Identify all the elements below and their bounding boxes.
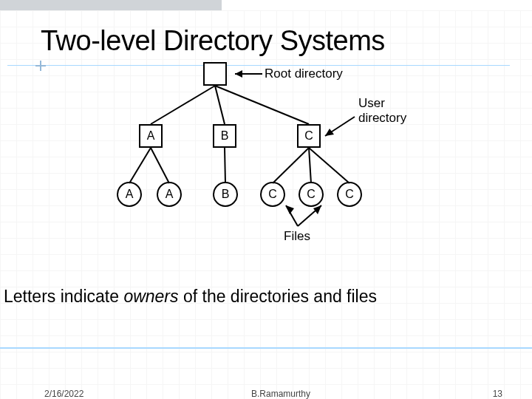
svg-line-7: [309, 148, 311, 183]
root-directory-label: Root directory: [265, 66, 343, 81]
tree-connectors: [103, 58, 458, 250]
user-directory-label-line1: User: [358, 96, 385, 110]
user-directory-label-line2: directory: [358, 111, 406, 125]
files-label: Files: [284, 229, 310, 244]
title-bullet-icon: [35, 61, 46, 71]
footer-author: B.Ramamurthy: [251, 389, 310, 399]
user-directory-label: User directory: [358, 96, 406, 126]
caption-emphasis: owners: [123, 287, 178, 306]
svg-line-4: [151, 148, 169, 183]
svg-line-6: [273, 148, 309, 183]
caption-pre: Letters indicate: [4, 287, 123, 306]
svg-line-0: [151, 86, 215, 124]
slide-top-accent: [0, 0, 222, 10]
slide-caption: Letters indicate owners of the directori…: [4, 287, 377, 307]
svg-line-2: [215, 86, 309, 124]
svg-line-8: [309, 148, 349, 183]
svg-marker-16: [313, 205, 321, 214]
slide-title: Two-level Directory Systems: [41, 25, 385, 57]
svg-marker-12: [325, 129, 334, 136]
footer-page-number: 13: [493, 389, 502, 399]
svg-line-5: [225, 148, 225, 183]
svg-line-1: [215, 86, 225, 124]
footer-date: 2/16/2022: [44, 389, 83, 399]
svg-marker-15: [286, 205, 294, 214]
directory-tree-diagram: A B C A A B C C C Root directory User d: [103, 58, 458, 250]
footer-rule: [0, 347, 532, 349]
svg-marker-10: [235, 70, 242, 78]
caption-post: of the directories and files: [179, 287, 377, 306]
svg-line-3: [129, 148, 151, 183]
